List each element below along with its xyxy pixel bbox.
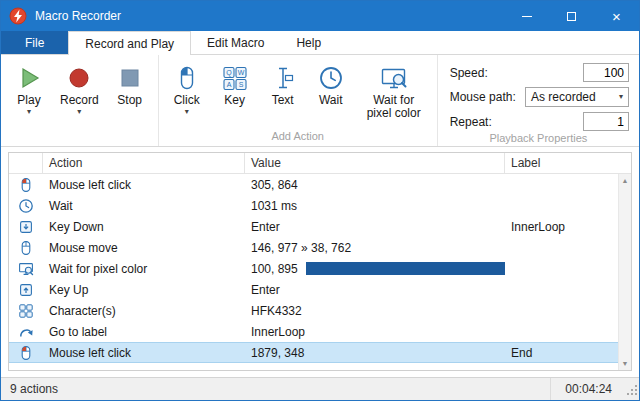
vertical-scrollbar[interactable]: ▲ ▼ bbox=[618, 174, 631, 370]
record-button[interactable]: Record ▾ bbox=[53, 57, 106, 129]
actions-count: 9 actions bbox=[1, 382, 58, 396]
action-list-header: Action Value Label bbox=[9, 153, 631, 174]
content-area: Action Value Label Mouse left click 305,… bbox=[1, 147, 639, 377]
tab-edit-macro[interactable]: Edit Macro bbox=[191, 31, 280, 54]
action-list: Action Value Label Mouse left click 305,… bbox=[8, 152, 632, 371]
resize-grip[interactable] bbox=[626, 378, 639, 400]
maximize-button[interactable] bbox=[549, 1, 594, 31]
tab-file[interactable]: File bbox=[1, 31, 68, 54]
scroll-up-icon[interactable]: ▲ bbox=[622, 174, 629, 187]
label-cell: InnerLoop bbox=[505, 220, 631, 234]
action-cell: Wait for pixel color bbox=[43, 262, 245, 276]
close-button[interactable]: × bbox=[594, 1, 639, 31]
icon-column-header[interactable] bbox=[9, 153, 43, 173]
action-cell: Character(s) bbox=[43, 304, 245, 318]
key-button[interactable]: QW AS Key bbox=[211, 57, 259, 129]
speed-input[interactable] bbox=[583, 63, 629, 82]
elapsed-time: 00:04:24 bbox=[550, 378, 626, 400]
value-cell: 146, 977 » 38, 762 bbox=[245, 241, 505, 255]
value-cell: Enter bbox=[245, 283, 505, 297]
maximize-icon bbox=[567, 12, 576, 21]
playback-group-label bbox=[1, 129, 158, 146]
action-cell: Go to label bbox=[43, 325, 245, 339]
value-column-header[interactable]: Value bbox=[245, 153, 505, 173]
speed-label: Speed: bbox=[450, 66, 517, 80]
repeat-input[interactable] bbox=[583, 112, 629, 131]
action-list-body: Mouse left click 305, 864 Wait 1031 ms bbox=[9, 174, 631, 370]
table-row[interactable]: Character(s) HFK4332 bbox=[9, 300, 631, 321]
app-window: Macro Recorder × File Record and Play Ed… bbox=[0, 0, 640, 401]
action-cell: Key Down bbox=[43, 220, 245, 234]
mouse-left-click-icon bbox=[9, 174, 43, 195]
table-row[interactable]: Wait 1031 ms bbox=[9, 195, 631, 216]
title-bar: Macro Recorder × bbox=[1, 1, 639, 31]
tab-help[interactable]: Help bbox=[280, 31, 337, 54]
value-cell: 1879, 348 bbox=[245, 346, 505, 360]
app-logo-icon bbox=[9, 7, 27, 25]
click-dropdown-icon: ▾ bbox=[185, 107, 189, 117]
value-cell: InnerLoop bbox=[245, 325, 505, 339]
table-row[interactable]: Mouse move 146, 977 » 38, 762 bbox=[9, 237, 631, 258]
play-dropdown-icon: ▾ bbox=[27, 107, 31, 117]
label-cell: End bbox=[505, 346, 631, 360]
stop-icon bbox=[117, 62, 143, 94]
goto-label-icon bbox=[9, 321, 43, 342]
wait-button[interactable]: Wait bbox=[307, 57, 355, 129]
wait-for-pixel-color-button[interactable]: Wait for pixel color bbox=[355, 57, 433, 129]
click-button[interactable]: Click ▾ bbox=[163, 57, 211, 129]
mouse-path-select[interactable]: As recorded ▾ bbox=[525, 87, 629, 107]
table-row[interactable]: Wait for pixel color 100, 895 bbox=[9, 258, 631, 279]
characters-icon bbox=[9, 300, 43, 321]
key-down-icon bbox=[9, 216, 43, 237]
table-row[interactable]: Key Down Enter InnerLoop bbox=[9, 216, 631, 237]
window-controls: × bbox=[504, 1, 639, 31]
table-row-selected[interactable]: Mouse left click 1879, 348 End bbox=[9, 342, 631, 363]
value-cell: 305, 864 bbox=[245, 178, 505, 192]
svg-text:Q: Q bbox=[226, 69, 232, 77]
table-row[interactable]: Go to label InnerLoop bbox=[9, 321, 631, 342]
stop-button[interactable]: Stop bbox=[106, 57, 154, 129]
play-button[interactable]: Play ▾ bbox=[5, 57, 53, 129]
add-action-group: Click ▾ QW AS bbox=[159, 55, 438, 146]
table-row[interactable]: Mouse left click 305, 864 bbox=[9, 174, 631, 195]
action-cell: Mouse left click bbox=[43, 178, 245, 192]
minimize-icon bbox=[522, 16, 532, 17]
playback-properties-group-label: Playback Properties bbox=[438, 131, 639, 148]
text-cursor-icon bbox=[271, 62, 295, 94]
scroll-down-icon[interactable]: ▼ bbox=[622, 357, 629, 370]
label-column-header[interactable]: Label bbox=[505, 153, 631, 173]
mouse-path-label: Mouse path: bbox=[450, 90, 517, 104]
action-column-header[interactable]: Action bbox=[43, 153, 245, 173]
clock-icon bbox=[318, 62, 344, 94]
text-button[interactable]: Text bbox=[259, 57, 307, 129]
mouse-click-icon bbox=[176, 62, 198, 94]
keyboard-icon: QW AS bbox=[222, 62, 248, 94]
ribbon: Play ▾ Record ▾ Stop bbox=[1, 55, 639, 147]
record-dropdown-icon: ▾ bbox=[77, 107, 81, 117]
value-cell: Enter bbox=[245, 220, 505, 234]
menu-tab-row: File Record and Play Edit Macro Help bbox=[1, 31, 639, 55]
pixel-color-icon bbox=[9, 258, 43, 279]
action-cell: Wait bbox=[43, 199, 245, 213]
key-up-icon bbox=[9, 279, 43, 300]
value-cell: 1031 ms bbox=[245, 199, 505, 213]
repeat-label: Repeat: bbox=[450, 115, 517, 129]
playback-properties-group: Speed: Mouse path: As recorded ▾ Repeat:… bbox=[438, 55, 639, 146]
table-row[interactable]: Key Up Enter bbox=[9, 279, 631, 300]
value-cell: HFK4332 bbox=[245, 304, 505, 318]
value-cell: 100, 895 bbox=[245, 262, 505, 276]
svg-text:S: S bbox=[238, 81, 243, 88]
wait-icon bbox=[9, 195, 43, 216]
minimize-button[interactable] bbox=[504, 1, 549, 31]
close-icon: × bbox=[612, 9, 621, 24]
tab-record-and-play[interactable]: Record and Play bbox=[68, 31, 191, 55]
record-icon bbox=[66, 62, 92, 94]
svg-text:A: A bbox=[226, 81, 231, 88]
action-cell: Mouse left click bbox=[43, 346, 245, 360]
chevron-down-icon: ▾ bbox=[619, 92, 623, 102]
status-bar: 9 actions 00:04:24 bbox=[1, 377, 639, 400]
action-cell: Mouse move bbox=[43, 241, 245, 255]
mouse-left-click-icon bbox=[9, 342, 43, 363]
playback-group: Play ▾ Record ▾ Stop bbox=[1, 55, 159, 146]
svg-text:W: W bbox=[237, 69, 244, 76]
